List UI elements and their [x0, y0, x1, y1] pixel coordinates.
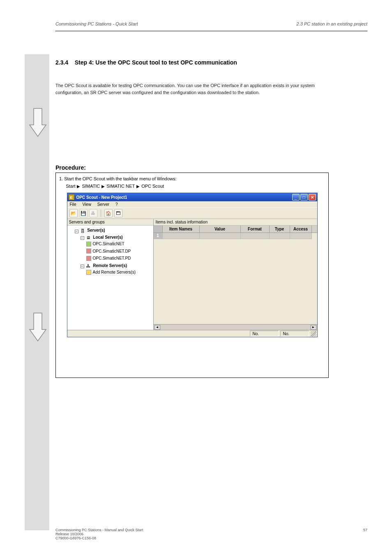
local-servers-icon: 🖥	[86, 235, 91, 240]
status-cell-2: No.	[280, 331, 309, 336]
toolbar: 📂 💾 🖶 🏠 🗔	[67, 207, 317, 219]
path-start: Start	[66, 184, 75, 189]
opc-server-icon	[86, 249, 91, 253]
row-number: 1	[154, 233, 163, 239]
tree-pane-header: Servers and groups	[67, 219, 153, 226]
chapter-header: Commissioning PC Stations - Quick Start	[55, 21, 138, 26]
grid-rownum-header	[154, 226, 163, 233]
tree-expander[interactable]: −	[81, 265, 84, 268]
menu-view[interactable]: View	[82, 202, 91, 207]
cell-type[interactable]	[270, 233, 290, 239]
step-1-caption: 1. Start the OPC Scout with the taskbar …	[58, 175, 326, 183]
flow-arrow-2	[28, 312, 48, 342]
close-button[interactable]: ✕	[309, 194, 316, 200]
cell-item-names[interactable]	[163, 233, 200, 239]
page-number: 57	[363, 528, 367, 540]
tree-local-item[interactable]: OPC.SimaticNET.DP	[93, 248, 131, 254]
scroll-right-icon[interactable]: ►	[311, 325, 316, 330]
tree-remote-label[interactable]: Remote Server(s)	[93, 263, 127, 269]
cell-access[interactable]	[290, 233, 312, 239]
tree-expander[interactable]: −	[75, 230, 78, 233]
servers-tree[interactable]: − 🗄Server(s) − 🖥Local Server(s) OPC.Sima…	[67, 226, 153, 330]
resize-grip-icon[interactable]	[311, 331, 316, 336]
flow-arrow-1	[28, 108, 48, 137]
col-value[interactable]: Value	[200, 226, 241, 233]
home-icon[interactable]: 🗔	[114, 209, 122, 217]
menu-bar: File View Server ?	[67, 201, 317, 207]
menu-file[interactable]: File	[70, 202, 76, 207]
status-cell-1: No.	[250, 331, 279, 336]
intro-paragraph: The OPC Scout is available for testing O…	[55, 82, 343, 96]
opc-server-icon	[86, 256, 91, 261]
menu-server[interactable]: Server	[97, 202, 109, 207]
chevron-right-icon: ▶	[101, 184, 105, 189]
menu-help[interactable]: ?	[115, 202, 118, 207]
section-number: 2.3.4	[55, 59, 68, 66]
servers-root-icon: 🗄	[81, 228, 85, 233]
add-remote-icon	[86, 270, 91, 275]
tree-add-remote[interactable]: Add Remote Servers(s)	[93, 269, 136, 275]
section-ref: 2.3 PC station in an existing project	[297, 21, 367, 26]
save-icon[interactable]: 💾	[79, 209, 88, 217]
tree-root-label[interactable]: Server(s)	[87, 227, 105, 233]
items-grid[interactable]: Item Names Value Format Type Access 1	[154, 226, 317, 330]
cell-value[interactable]	[200, 233, 241, 239]
opc-server-icon	[86, 242, 91, 246]
app-icon: ◧	[69, 194, 74, 200]
grid-header-row: Item Names Value Format Type Access	[154, 226, 317, 233]
tree-expander[interactable]: −	[81, 236, 84, 240]
tree-local-item[interactable]: OPC.SimaticNET.PD	[93, 255, 131, 261]
grid-pane-header: Items incl. status information	[154, 219, 317, 226]
print-icon[interactable]: 🖶	[89, 209, 97, 217]
path-simatic-net: SIMATIC NET	[106, 184, 135, 189]
open-icon[interactable]: 📂	[69, 209, 78, 217]
start-menu-path: Start ▶ SIMATIC ▶ SIMATIC NET ▶ OPC Scou…	[58, 183, 326, 193]
col-format[interactable]: Format	[241, 226, 270, 233]
explorer-icon[interactable]: 🏠	[104, 209, 113, 217]
items-grid-pane: Items incl. status information Item Name…	[154, 219, 317, 330]
section-title: 2.3.4 Step 4: Use the OPC Scout tool to …	[55, 59, 237, 66]
scroll-left-icon[interactable]: ◄	[154, 325, 160, 330]
section-heading-text: Step 4: Use the OPC Scout tool to test O…	[75, 59, 237, 66]
opc-scout-window: ◧ OPC Scout - New Project1 _ □ ✕ File Vi…	[67, 193, 318, 337]
header-rule	[55, 31, 367, 31]
chevron-right-icon: ▶	[136, 184, 140, 189]
tree-local-item[interactable]: OPC.SimaticNET	[93, 241, 125, 247]
window-title: OPC Scout - New Project1	[76, 195, 292, 200]
col-item-names[interactable]: Item Names	[163, 226, 200, 233]
procedure-heading: Procedure:	[55, 164, 86, 171]
toolbar-separator	[101, 210, 101, 217]
footer-release: Release 10/2006	[55, 532, 143, 536]
remote-servers-icon: 🖧	[86, 263, 91, 268]
footer-docid: C79000-G8976-C156-08	[55, 536, 143, 540]
minimize-button[interactable]: _	[292, 194, 300, 200]
tree-local-label[interactable]: Local Server(s)	[93, 234, 122, 240]
cell-format[interactable]	[241, 233, 270, 239]
path-simatic: SIMATIC	[82, 184, 100, 189]
horizontal-scrollbar[interactable]: ◄ ►	[154, 324, 317, 330]
servers-tree-pane: Servers and groups − 🗄Server(s) − 🖥Local…	[67, 219, 154, 330]
maximize-button[interactable]: □	[300, 194, 308, 200]
col-access[interactable]: Access	[290, 226, 312, 233]
col-type[interactable]: Type	[270, 226, 290, 233]
page-footer: Commissioning PC Stations - Manual and Q…	[55, 528, 367, 540]
figure-frame: 1. Start the OPC Scout with the taskbar …	[55, 173, 329, 378]
footer-title: Commissioning PC Stations - Manual and Q…	[55, 528, 143, 532]
chevron-right-icon: ▶	[77, 184, 80, 189]
status-bar: No. No.	[67, 330, 317, 337]
path-opc-scout: OPC Scout	[141, 184, 164, 189]
table-row[interactable]: 1	[154, 233, 317, 239]
window-titlebar: ◧ OPC Scout - New Project1 _ □ ✕	[67, 193, 317, 201]
